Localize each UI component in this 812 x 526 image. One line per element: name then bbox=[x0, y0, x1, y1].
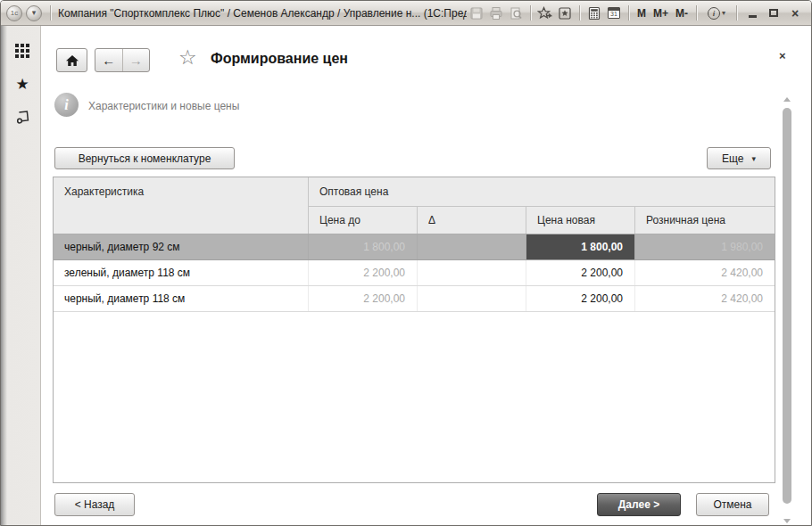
app-window: 1c ▾ Компания "Спорткомплекс Плюс" / Сем… bbox=[0, 0, 812, 526]
add-favorite-button[interactable] bbox=[535, 4, 555, 22]
minimize-icon bbox=[749, 15, 757, 18]
next-step-button[interactable]: Далее > bbox=[597, 493, 681, 516]
function-panel-sidebar: ★ bbox=[1, 26, 41, 525]
favorites-panel-button[interactable]: ★ bbox=[12, 73, 33, 95]
characteristics-price-table: Характеристика Оптовая цена Цена до Δ Це… bbox=[53, 177, 775, 483]
maximize-button[interactable] bbox=[763, 4, 784, 22]
cell-price-new-selected[interactable]: 1 800,00 bbox=[526, 234, 635, 259]
cancel-button[interactable]: Отмена bbox=[696, 493, 769, 516]
print-preview-icon bbox=[509, 6, 523, 21]
floppy-disk-icon bbox=[469, 6, 484, 21]
maximize-icon bbox=[769, 9, 778, 17]
forward-nav-button[interactable]: → bbox=[123, 49, 150, 71]
return-to-nomenclature-button[interactable]: Вернуться к номенклатуре bbox=[54, 147, 235, 169]
scroll-up-arrow[interactable] bbox=[783, 97, 791, 102]
cell-price-new[interactable]: 2 200,00 bbox=[526, 286, 635, 311]
cell-price-before[interactable]: 2 200,00 bbox=[309, 260, 418, 285]
titlebar-separator bbox=[736, 5, 737, 21]
back-step-button[interactable]: < Назад bbox=[54, 493, 135, 516]
back-arrow-icon: ← bbox=[102, 53, 115, 68]
1c-logo-icon[interactable]: 1c bbox=[6, 5, 22, 21]
chevron-down-icon: ▾ bbox=[751, 154, 756, 163]
memory-button-m-minus[interactable]: M- bbox=[672, 7, 692, 20]
star-box-icon bbox=[558, 6, 572, 21]
column-header-price-before[interactable]: Цена до bbox=[309, 207, 418, 234]
1c-logo-label: 1c bbox=[11, 9, 18, 17]
cell-characteristic[interactable]: черный, диаметр 118 см bbox=[54, 286, 309, 311]
navigation-buttons: ← → bbox=[95, 48, 150, 72]
favorite-star-toggle[interactable]: ☆ bbox=[178, 47, 197, 68]
column-group-wholesale-price[interactable]: Оптовая цена bbox=[309, 177, 775, 207]
cell-price-before[interactable]: 1 800,00 bbox=[309, 234, 418, 259]
save-button[interactable] bbox=[467, 4, 486, 22]
column-header-price-new[interactable]: Цена новая bbox=[526, 207, 635, 234]
printer-icon bbox=[489, 6, 503, 21]
cell-price-before[interactable]: 2 200,00 bbox=[309, 286, 418, 311]
more-button-label: Еще bbox=[722, 152, 743, 165]
page-title: Формирование цен bbox=[211, 51, 348, 67]
cell-price-new[interactable]: 2 200,00 bbox=[526, 260, 635, 285]
column-header-characteristic[interactable]: Характеристика bbox=[54, 177, 309, 234]
print-preview-button[interactable] bbox=[506, 4, 526, 22]
table-row[interactable]: черный, диаметр 92 см 1 800,00 1 800,00 … bbox=[54, 234, 775, 260]
star-arrow-icon bbox=[537, 6, 552, 21]
chevron-down-icon: ▾ bbox=[722, 9, 725, 17]
chevron-down-icon: ▾ bbox=[32, 9, 37, 17]
back-nav-button[interactable]: ← bbox=[95, 49, 123, 71]
cell-delta[interactable] bbox=[418, 234, 526, 259]
info-icon: i bbox=[708, 7, 720, 20]
calculator-icon bbox=[587, 6, 601, 21]
titlebar-toolbar: 31 M M+ M- i ▾ × bbox=[467, 4, 806, 22]
cell-retail-price[interactable]: 2 420,00 bbox=[635, 286, 775, 311]
favorites-button[interactable] bbox=[555, 4, 575, 22]
print-button[interactable] bbox=[486, 4, 506, 22]
history-scroll-icon bbox=[13, 108, 32, 127]
scroll-down-arrow[interactable] bbox=[783, 519, 791, 523]
scrollbar-thumb[interactable] bbox=[783, 108, 791, 504]
forward-arrow-icon: → bbox=[129, 53, 143, 68]
column-header-delta[interactable]: Δ bbox=[418, 207, 526, 234]
close-icon: × bbox=[791, 7, 799, 20]
cell-delta[interactable] bbox=[418, 260, 526, 285]
grid-icon bbox=[15, 44, 30, 59]
titlebar-separator bbox=[628, 5, 629, 21]
step-caption: Характеристики и новые цены bbox=[88, 100, 239, 112]
info-menu-button[interactable]: i ▾ bbox=[701, 4, 732, 22]
minimize-button[interactable] bbox=[742, 4, 763, 22]
calculator-button[interactable] bbox=[584, 4, 604, 22]
history-panel-button[interactable] bbox=[12, 106, 33, 127]
titlebar-separator bbox=[579, 5, 580, 21]
form-close-button[interactable]: × bbox=[779, 50, 786, 62]
window-title: Компания "Спорткомплекс Плюс" / Семенов … bbox=[58, 7, 467, 20]
table-row[interactable]: черный, диаметр 118 см 2 200,00 2 200,00… bbox=[54, 286, 775, 312]
titlebar-separator bbox=[50, 5, 51, 21]
main-menu-button[interactable]: ▾ bbox=[26, 5, 42, 21]
calendar-day-label: 31 bbox=[609, 11, 619, 17]
vertical-scrollbar[interactable] bbox=[781, 95, 794, 525]
sections-menu-button[interactable] bbox=[12, 40, 33, 62]
info-step-icon: i bbox=[54, 93, 79, 117]
calendar-icon: 31 bbox=[608, 7, 620, 19]
titlebar: 1c ▾ Компания "Спорткомплекс Плюс" / Сем… bbox=[1, 1, 811, 26]
column-header-retail-price[interactable]: Розничная цена bbox=[635, 207, 775, 234]
more-button[interactable]: Еще ▾ bbox=[707, 147, 771, 169]
cell-delta[interactable] bbox=[418, 286, 526, 311]
cell-characteristic[interactable]: черный, диаметр 92 см bbox=[54, 234, 309, 259]
star-icon: ★ bbox=[15, 77, 29, 92]
home-icon bbox=[65, 54, 79, 67]
memory-button-m[interactable]: M bbox=[634, 7, 650, 20]
cell-characteristic[interactable]: зеленый, диаметр 118 см bbox=[54, 260, 309, 285]
close-window-button[interactable]: × bbox=[784, 4, 806, 22]
table-body: черный, диаметр 92 см 1 800,00 1 800,00 … bbox=[54, 234, 775, 312]
table-header: Характеристика Оптовая цена Цена до Δ Це… bbox=[54, 177, 775, 234]
table-row[interactable]: зеленый, диаметр 118 см 2 200,00 2 200,0… bbox=[54, 260, 775, 286]
cell-retail-price[interactable]: 1 980,00 bbox=[635, 234, 775, 259]
memory-button-m-plus[interactable]: M+ bbox=[650, 7, 672, 20]
titlebar-separator bbox=[530, 5, 531, 21]
titlebar-separator bbox=[696, 5, 697, 21]
home-button[interactable] bbox=[56, 48, 87, 72]
calendar-button[interactable]: 31 bbox=[604, 4, 624, 22]
cell-retail-price[interactable]: 2 420,00 bbox=[635, 260, 775, 285]
